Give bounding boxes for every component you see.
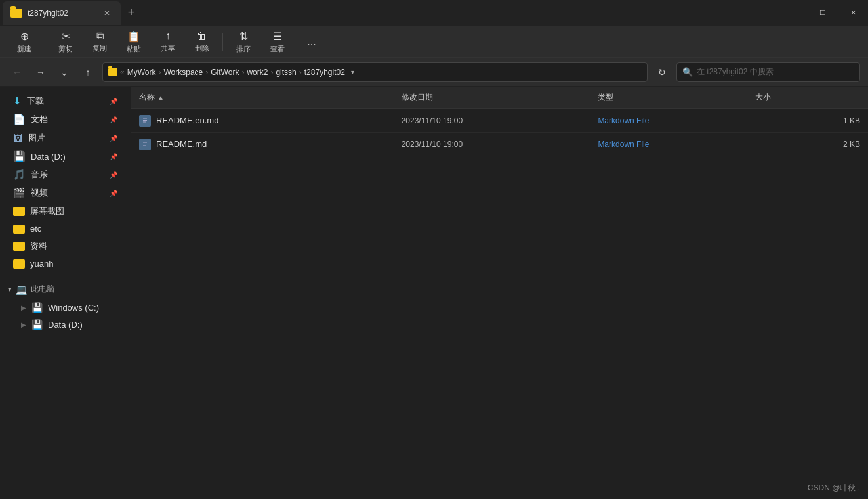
paste-icon: 📋 — [127, 30, 140, 43]
image-icon: 🖼 — [13, 133, 23, 144]
yuanh-folder-icon — [13, 259, 25, 269]
sep2: › — [205, 68, 208, 77]
pin-icon-downloads: 📌 — [110, 98, 117, 105]
paste-button[interactable]: 📋 粘贴 — [117, 29, 150, 55]
view-button[interactable]: ☰ 查看 — [261, 29, 294, 55]
column-name[interactable]: 名称 ▲ — [139, 92, 402, 103]
pin-icon-pictures: 📌 — [110, 135, 117, 142]
file-icon-readme-en — [139, 115, 151, 127]
sidebar-label-ziliao: 资料 — [30, 240, 117, 252]
sidebar-item-windows-c[interactable]: ▶ 💾 Windows (C:) — [3, 299, 128, 316]
file-icon-readme — [139, 139, 151, 150]
share-icon: ↑ — [165, 30, 171, 42]
sidebar-item-data-d2[interactable]: ▶ 💾 Data (D:) — [3, 316, 128, 333]
copy-button[interactable]: ⧉ 复制 — [83, 29, 116, 55]
cut-label: 剪切 — [58, 44, 73, 54]
breadcrumb-folder-icon — [108, 68, 117, 76]
sidebar: ⬇ 下载 📌 📄 文档 📌 🖼 图片 📌 💾 Data (D:) 📌 🎵 音乐 … — [0, 87, 131, 499]
new-button[interactable]: ⊕ 新建 — [8, 29, 41, 55]
sidebar-label-documents: 文档 — [31, 114, 104, 125]
toolbar: ⊕ 新建 ✂ 剪切 ⧉ 复制 📋 粘贴 ↑ 共享 🗑 删除 ⇅ 排序 ☰ 查看 … — [0, 26, 868, 58]
delete-button[interactable]: 🗑 删除 — [186, 29, 218, 55]
pin-icon-music: 📌 — [110, 171, 117, 179]
sidebar-item-ziliao[interactable]: 资料 — [3, 237, 128, 255]
search-placeholder: 在 t287yhgit02 中搜索 — [697, 66, 774, 77]
screenshots-folder-icon — [13, 207, 25, 216]
breadcrumb-gitwork[interactable]: GitWork — [211, 68, 239, 77]
address-dropdown-arrow[interactable]: ▾ — [348, 67, 358, 77]
column-date[interactable]: 修改日期 — [402, 92, 598, 103]
sidebar-item-video[interactable]: 🎬 视频 📌 — [3, 184, 128, 202]
nav-back-button[interactable]: ← — [8, 63, 26, 81]
maximize-button[interactable]: ☐ — [808, 0, 838, 26]
file-date-2: 2023/11/10 19:00 — [402, 140, 598, 149]
share-button[interactable]: ↑ 共享 — [152, 29, 184, 55]
tab-t287yhgit02[interactable]: t287yhgit02 ✕ — [3, 1, 121, 25]
tab-close-button[interactable]: ✕ — [101, 7, 113, 19]
new-tab-button[interactable]: + — [121, 3, 142, 24]
sidebar-item-screenshots[interactable]: 屏幕截图 — [3, 202, 128, 221]
drive-d-icon: 💾 — [31, 319, 43, 330]
sidebar-item-downloads[interactable]: ⬇ 下载 📌 — [3, 92, 128, 110]
minimize-button[interactable]: — — [777, 0, 808, 26]
file-name-cell-1: README.en.md — [139, 115, 402, 127]
nav-forward-button[interactable]: → — [31, 63, 50, 81]
file-name-readme-en: README.en.md — [156, 116, 218, 125]
cut-button[interactable]: ✂ 剪切 — [49, 29, 82, 55]
download-icon: ⬇ — [13, 95, 22, 107]
sidebar-section-this-pc[interactable]: ▾ 💻 此电脑 — [0, 280, 131, 299]
computer-icon: 💻 — [16, 284, 27, 295]
etc-folder-icon — [13, 225, 25, 234]
pin-icon-data-d: 📌 — [110, 153, 117, 160]
sidebar-item-etc[interactable]: etc — [3, 221, 128, 237]
file-name-cell-2: README.md — [139, 139, 402, 150]
music-icon: 🎵 — [13, 169, 26, 181]
sidebar-item-music[interactable]: 🎵 音乐 📌 — [3, 165, 128, 184]
sidebar-label-pictures: 图片 — [28, 132, 104, 144]
sidebar-item-yuanh[interactable]: yuanh — [3, 255, 128, 272]
breadcrumb-sep-mywork: « — [120, 68, 125, 77]
nav-up-button[interactable]: ↑ — [79, 63, 97, 81]
pin-icon-documents: 📌 — [110, 116, 117, 123]
search-icon: 🔍 — [682, 67, 693, 77]
sidebar-item-data-d[interactable]: 💾 Data (D:) 📌 — [3, 147, 128, 165]
ziliao-folder-icon — [13, 242, 25, 251]
breadcrumb-workspace[interactable]: Workspace — [163, 68, 203, 77]
expand-arrow: ▾ — [8, 285, 12, 293]
nav-recent-button[interactable]: ⌄ — [55, 63, 73, 81]
address-bar[interactable]: « MyWork › Workspace › GitWork › work2 ›… — [102, 62, 648, 82]
sep5: › — [299, 68, 302, 77]
sidebar-label-data-d: Data (D:) — [31, 152, 104, 162]
file-size-2: 2 KB — [755, 140, 860, 149]
refresh-button[interactable]: ↻ — [653, 63, 671, 81]
breadcrumb-work2[interactable]: work2 — [247, 68, 268, 77]
column-type[interactable]: 类型 — [598, 92, 755, 103]
breadcrumb-current[interactable]: t287yhgit02 — [304, 68, 345, 77]
sep1: › — [158, 68, 161, 77]
close-button[interactable]: ✕ — [838, 0, 868, 26]
cut-icon: ✂ — [62, 30, 70, 43]
title-bar: t287yhgit02 ✕ + — ☐ ✕ — [0, 0, 868, 26]
more-button[interactable]: ... — [295, 29, 328, 55]
toolbar-sep-2 — [222, 33, 223, 51]
search-box[interactable]: 🔍 在 t287yhgit02 中搜索 — [676, 62, 860, 82]
delete-label: 删除 — [195, 43, 209, 53]
view-label: 查看 — [270, 44, 285, 54]
doc-icon: 📄 — [13, 114, 26, 125]
copy-label: 复制 — [93, 43, 107, 53]
file-type-1: Markdown File — [598, 116, 755, 125]
sort-button[interactable]: ⇅ 排序 — [227, 29, 260, 55]
this-pc-label: 此电脑 — [31, 284, 54, 295]
address-bar-row: ← → ⌄ ↑ « MyWork › Workspace › GitWork ›… — [0, 58, 868, 87]
sep4: › — [270, 68, 273, 77]
column-size[interactable]: 大小 — [755, 92, 860, 103]
breadcrumb-gitssh[interactable]: gitssh — [276, 68, 296, 77]
share-label: 共享 — [161, 43, 175, 53]
sidebar-label-windows-c: Windows (C:) — [48, 303, 117, 313]
watermark: CSDN @叶秋 . — [808, 483, 860, 494]
sidebar-item-pictures[interactable]: 🖼 图片 📌 — [3, 129, 128, 147]
table-row[interactable]: README.en.md 2023/11/10 19:00 Markdown F… — [131, 109, 868, 133]
breadcrumb-mywork[interactable]: MyWork — [127, 68, 156, 77]
table-row[interactable]: README.md 2023/11/10 19:00 Markdown File… — [131, 133, 868, 156]
sidebar-item-documents[interactable]: 📄 文档 📌 — [3, 110, 128, 129]
